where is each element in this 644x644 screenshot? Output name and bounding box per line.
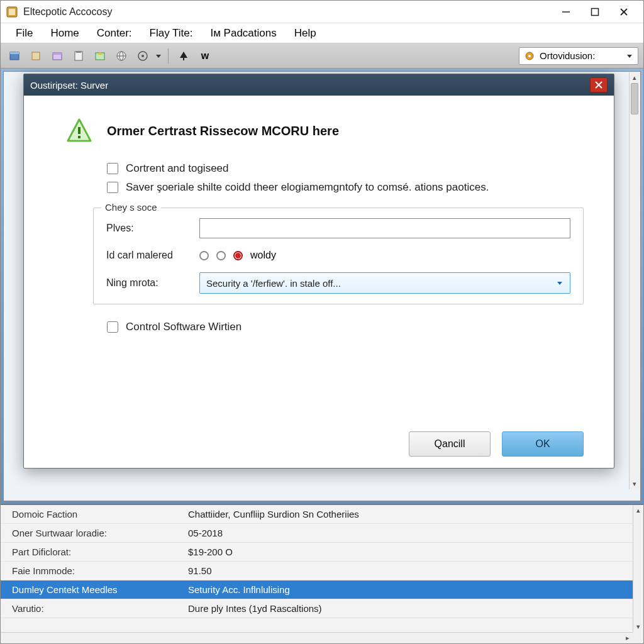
scroll-up-arrow[interactable]: ▴	[633, 505, 643, 516]
property-row[interactable]: Varutio:Dure ply Intes (1yd Rascaltions)	[1, 599, 633, 618]
modal-heading: Ormer Certrast Rissecow MCORU here	[107, 124, 339, 138]
svg-rect-12	[76, 51, 81, 53]
property-row[interactable]: Domoic FactionChattiider, Cunfliip Surdi…	[1, 505, 633, 524]
svg-rect-8	[32, 52, 40, 60]
property-row[interactable]: Part Dificlorat:$19-200 O	[1, 543, 633, 562]
scroll-track[interactable]	[633, 516, 643, 621]
menu-pad[interactable]: Iм Padcations	[201, 25, 285, 42]
chevron-down-icon	[556, 279, 564, 287]
ok-button[interactable]: OK	[502, 431, 584, 457]
scroll-right-arrow[interactable]: ▸	[622, 633, 633, 643]
property-row[interactable]: Dumley Centekt MeedlesSeturity Acc. Infl…	[1, 580, 633, 599]
scroll-track[interactable]	[1, 633, 622, 643]
property-key: Oner Surtwaar loradie:	[1, 528, 183, 538]
modal-dialog: Oustiripset: Surver Ormer Cer	[23, 74, 614, 469]
titlebar: Eltecpotic Accocosy	[1, 1, 643, 23]
app-title: Eltecpotic Accocosy	[23, 6, 552, 18]
scroll-up-arrow[interactable]: ▴	[630, 72, 640, 83]
ortovidusion-combo[interactable]: Ortovidusion:	[519, 47, 638, 65]
modal-body: Ormer Certrast Rissecow MCORU here Cortr…	[24, 96, 614, 468]
properties-pane: Domoic FactionChattiider, Cunfliip Surdi…	[1, 504, 643, 643]
label-plves: Plves:	[106, 223, 199, 234]
svg-marker-21	[180, 52, 187, 58]
checkbox-control-label: Control Software Wirtien	[126, 321, 242, 333]
select-ning-value: Security a '/ferfiew'. in stale off...	[206, 278, 341, 289]
toolbar-separator	[168, 48, 169, 64]
row-ning: Ning mrota: Security a '/ferfiew'. in st…	[106, 272, 570, 294]
property-key: Faie Inmmode:	[1, 565, 183, 576]
svg-marker-32	[557, 282, 562, 285]
toolbar-icon-4[interactable]	[70, 48, 87, 64]
scroll-down-arrow[interactable]: ▾	[630, 479, 640, 489]
window-controls	[552, 3, 638, 21]
checkbox-cortrent[interactable]: Cortrent and togiseed	[107, 162, 584, 175]
menu-home[interactable]: Home	[42, 25, 87, 42]
modal-title: Oustiripset: Surver	[30, 80, 590, 91]
scroll-corner	[633, 632, 643, 643]
modal-close-button[interactable]	[590, 77, 608, 92]
checkbox-saver-label: Saver şoeriale shilte coidd theer elogia…	[126, 181, 489, 194]
modal-titlebar: Oustiripset: Surver	[24, 74, 614, 96]
warning-icon	[65, 117, 93, 145]
properties-vscroll[interactable]: ▴ ▾	[633, 505, 643, 632]
property-row[interactable]: Faie Inmmode:91.50	[1, 562, 633, 580]
gear-icon	[525, 51, 535, 61]
properties-table: Domoic FactionChattiider, Cunfliip Surdi…	[1, 505, 633, 632]
vertical-scrollbar[interactable]: ▴ ▾	[629, 72, 640, 489]
property-value: 91.50	[183, 565, 633, 576]
svg-rect-30	[78, 127, 80, 134]
label-idcarl: Id carl malered	[106, 250, 199, 261]
toolbar: w Ortovidusion:	[1, 43, 643, 69]
close-button[interactable]	[609, 3, 638, 21]
checkbox-saver-input[interactable]	[107, 182, 118, 193]
toolbar-dropdown-caret[interactable]	[155, 53, 162, 59]
property-key: Varutio:	[1, 603, 183, 614]
svg-rect-11	[75, 52, 82, 60]
property-value: Dure ply Intes (1yd Rascaltions)	[183, 603, 633, 614]
content-area: ▴ ▾ Oustiripset: Surver	[1, 69, 643, 504]
app-icon	[6, 6, 18, 18]
svg-point-24	[528, 55, 531, 57]
toolbar-target-icon[interactable]	[134, 48, 152, 64]
radio-option-3[interactable]	[233, 251, 243, 260]
button-row: Qancill OK	[54, 423, 584, 457]
cancel-button[interactable]: Qancill	[409, 431, 491, 457]
fieldset-legend: Chey s soce	[101, 202, 161, 213]
radio-option-2[interactable]	[216, 251, 226, 260]
svg-marker-20	[156, 55, 161, 58]
checkbox-control[interactable]: Control Software Wirtien	[107, 321, 584, 333]
toolbar-icon-5[interactable]	[91, 48, 109, 64]
toolbar-up-icon[interactable]	[175, 48, 192, 64]
scroll-down-arrow[interactable]: ▾	[633, 621, 643, 632]
checkbox-cortrent-input[interactable]	[107, 163, 118, 174]
menu-conter[interactable]: Conter:	[88, 25, 141, 42]
scroll-thumb[interactable]	[631, 83, 638, 114]
toolbar-globe-icon[interactable]	[113, 48, 130, 64]
toolbar-w-icon[interactable]: w	[196, 48, 214, 64]
maximize-button[interactable]	[580, 3, 609, 21]
svg-point-19	[142, 55, 144, 57]
input-plves[interactable]	[199, 218, 570, 238]
property-row[interactable]: Oner Surtwaar loradie:05-2018	[1, 524, 633, 543]
menu-help[interactable]: Help	[286, 25, 325, 42]
svg-rect-10	[53, 53, 62, 55]
scroll-track[interactable]	[630, 83, 640, 479]
fieldset-chey: Chey s soce Plves: Id carl malered woldy	[93, 208, 584, 304]
row-plves: Plves:	[106, 218, 570, 238]
menu-file[interactable]: File	[7, 25, 42, 42]
toolbar-icon-1[interactable]	[6, 48, 23, 64]
properties-hscroll[interactable]: ▸	[1, 632, 633, 643]
checkbox-control-input[interactable]	[107, 321, 118, 333]
svg-rect-22	[183, 57, 184, 60]
combo-label: Ortovidusion:	[540, 50, 595, 61]
property-value: Chattiider, Cunfliip Surdion Sn Cotherii…	[183, 509, 633, 519]
menu-flay[interactable]: Flay Tite:	[141, 25, 202, 42]
minimize-button[interactable]	[552, 3, 580, 21]
radio-option-1[interactable]	[199, 251, 209, 260]
label-ning: Ning mrota:	[106, 277, 199, 289]
menubar: File Home Conter: Flay Tite: Iм Padcatio…	[1, 23, 643, 43]
toolbar-icon-3[interactable]	[48, 48, 66, 64]
toolbar-icon-2[interactable]	[27, 48, 45, 64]
checkbox-saver[interactable]: Saver şoeriale shilte coidd theer elogia…	[107, 181, 584, 194]
select-ning[interactable]: Security a '/ferfiew'. in stale off...	[199, 272, 570, 294]
